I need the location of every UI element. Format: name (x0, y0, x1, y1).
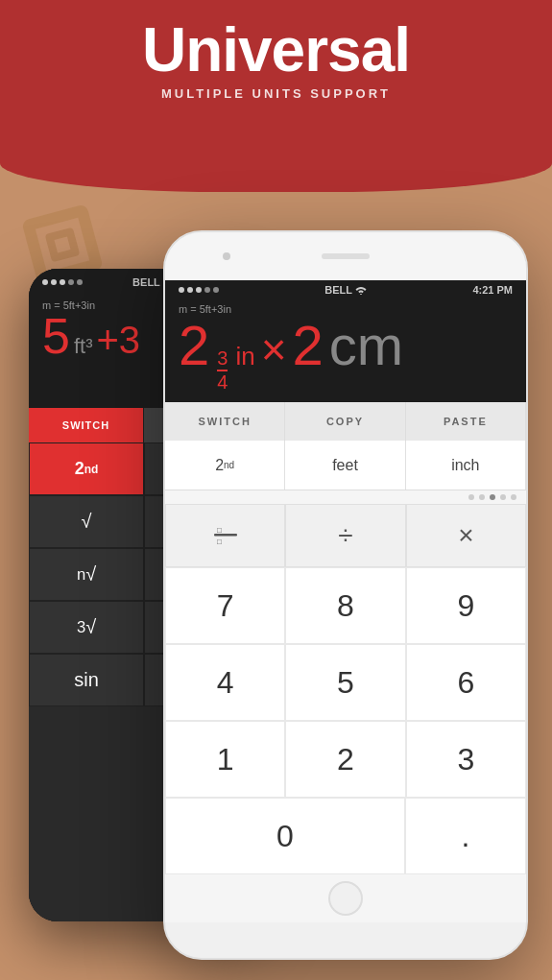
display-plus-back: +3 (96, 321, 140, 359)
dot5 (77, 279, 83, 285)
feet-btn-front[interactable]: feet (285, 441, 405, 490)
bottom-bezel (165, 874, 526, 922)
frac-denominator: 4 (217, 371, 228, 393)
op-row-front: □ □ ÷ × (165, 504, 526, 567)
page-dots (165, 490, 526, 504)
dot-ind-1 (468, 494, 474, 500)
dot-ind-3 (490, 494, 495, 500)
front-camera (223, 252, 230, 260)
div-btn-front[interactable]: ÷ (285, 504, 405, 567)
unit1-display: in (235, 343, 254, 370)
svg-text:□: □ (217, 538, 222, 546)
phone-front: BELL 4:21 PM m = 5ft+3in 2 3 4 in × 2 cm… (163, 230, 528, 960)
btn-sqrt-back[interactable]: √ (29, 495, 144, 548)
btn-1[interactable]: 1 (165, 721, 285, 798)
dot4 (68, 279, 74, 285)
display-unit-back: ft³ (74, 336, 93, 357)
btn-2[interactable]: 2 (285, 721, 405, 798)
paste-btn-front[interactable]: PASTE (406, 402, 526, 441)
title-area: Universal MULTIPLE UNITS SUPPORT (0, 19, 552, 101)
dot3f (196, 287, 202, 293)
svg-text:□: □ (217, 526, 222, 535)
btn-8[interactable]: 8 (285, 567, 405, 644)
btn-4[interactable]: 4 (165, 644, 285, 721)
frac-op-btn[interactable]: □ □ (165, 504, 285, 567)
num-row2-front: 4 5 6 (165, 644, 526, 721)
display-num-back: 5 (42, 311, 70, 361)
btn-6[interactable]: 6 (406, 644, 526, 721)
carrier-front: BELL (324, 284, 367, 296)
dot1 (42, 279, 48, 285)
dot4f (204, 287, 210, 293)
btn-cbrt-back[interactable]: 3√ (29, 601, 144, 654)
fraction-icon: □ □ (212, 525, 239, 546)
display-front: m = 5ft+3in 2 3 4 in × 2 cm (165, 299, 526, 402)
val2-display: 2 (293, 315, 324, 376)
dot2f (187, 287, 193, 293)
switch-btn-back[interactable]: SWITCH (29, 408, 144, 442)
dot2 (51, 279, 57, 285)
switch-btn-front[interactable]: SWITCH (165, 402, 285, 441)
btn-5[interactable]: 5 (285, 644, 405, 721)
signal-dots-back (42, 279, 83, 285)
btn-7[interactable]: 7 (165, 567, 285, 644)
unit2-display: cm (329, 315, 403, 376)
app-title: Universal (0, 19, 552, 81)
copy-btn-front[interactable]: COPY (285, 402, 405, 441)
btn-dot[interactable]: . (405, 798, 526, 874)
btn-9[interactable]: 9 (406, 567, 526, 644)
dot-ind-5 (511, 494, 516, 500)
num-row3-front: 1 2 3 (165, 721, 526, 798)
home-button[interactable] (328, 881, 363, 916)
time-front: 4:21 PM (472, 284, 513, 296)
num-row4-front: 0 . (165, 798, 526, 874)
speaker (322, 253, 370, 259)
inch-btn-front[interactable]: inch (406, 441, 526, 490)
dot3 (60, 279, 65, 285)
operator-display: × (261, 325, 287, 374)
signal-dots-front (179, 287, 219, 293)
num-row1-front: 7 8 9 (165, 567, 526, 644)
dot5f (213, 287, 219, 293)
app-subtitle: MULTIPLE UNITS SUPPORT (0, 86, 552, 101)
top-row-front: SWITCH COPY PASTE (165, 402, 526, 441)
display-expr-front: 2 3 4 in × 2 cm (179, 315, 513, 393)
int-part: 2 (179, 315, 209, 376)
unit-row-front: 2nd feet inch (165, 441, 526, 490)
btn-2nd-back[interactable]: 2nd (29, 442, 144, 495)
keyboard-front: SWITCH COPY PASTE 2nd feet inch □ □ (165, 402, 526, 874)
dot-ind-2 (479, 494, 485, 500)
wifi-icon-front (355, 285, 367, 295)
btn-nthrt-back[interactable]: n√ (29, 548, 144, 601)
mult-btn-front[interactable]: × (406, 504, 526, 567)
btn-3[interactable]: 3 (406, 721, 526, 798)
dot1f (179, 287, 184, 293)
dot-ind-4 (500, 494, 506, 500)
fraction-part: 3 4 (217, 347, 228, 393)
top-bezel (165, 232, 526, 280)
btn-sin-back[interactable]: sin (29, 654, 144, 706)
btn-0[interactable]: 0 (165, 798, 405, 874)
2nd-btn-front[interactable]: 2nd (165, 441, 285, 490)
status-bar-front: BELL 4:21 PM (165, 280, 526, 299)
frac-numerator: 3 (217, 347, 228, 371)
